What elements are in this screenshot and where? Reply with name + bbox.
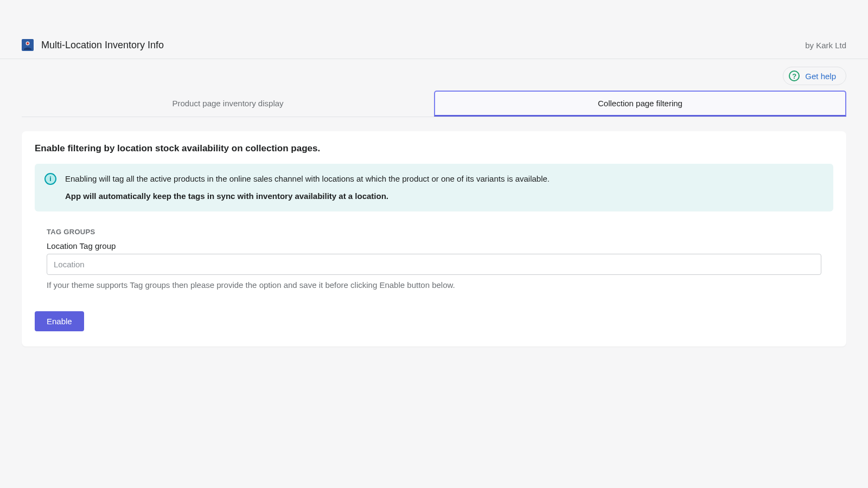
app-byline: by Kark Ltd [805,41,846,50]
settings-card: Enable filtering by location stock avail… [22,131,846,346]
app-header: Multi-Location Inventory Info by Kark Lt… [0,33,868,59]
enable-button-label: Enable [47,317,72,326]
info-line-2: App will automatically keep the tags in … [65,190,550,203]
get-help-button[interactable]: ? Get help [783,67,846,85]
question-icon: ? [789,70,800,81]
tab-product-page-inventory-display[interactable]: Product page inventory display [22,91,434,117]
tag-groups-section-label: TAG GROUPS [47,228,833,236]
info-content: Enabling will tag all the active product… [65,172,550,203]
header-left: Multi-Location Inventory Info [22,39,164,51]
app-logo-icon [22,39,34,51]
enable-button[interactable]: Enable [35,311,84,331]
location-tag-group-label: Location Tag group [47,241,833,251]
app-container: Multi-Location Inventory Info by Kark Lt… [0,0,868,488]
location-tag-group-input[interactable] [47,254,821,275]
app-title: Multi-Location Inventory Info [41,40,164,51]
tabs: Product page inventory display Collectio… [22,91,846,117]
tab-label: Product page inventory display [172,99,283,108]
svg-point-2 [27,42,29,44]
tab-collection-page-filtering[interactable]: Collection page filtering [434,91,846,117]
helpbar: ? Get help [0,59,868,91]
tag-groups-help-text: If your theme supports Tag groups then p… [47,280,833,290]
tab-label: Collection page filtering [598,99,682,108]
info-icon: i [44,173,56,185]
info-line-1: Enabling will tag all the active product… [65,172,550,185]
get-help-label: Get help [805,72,836,81]
info-banner: i Enabling will tag all the active produ… [35,164,833,211]
card-heading: Enable filtering by location stock avail… [35,143,833,154]
